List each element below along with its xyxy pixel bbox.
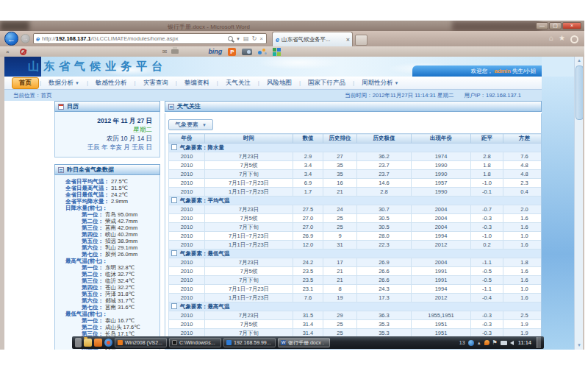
table-row[interactable]: 20107月下旬27.02530.52004-0.31.6: [169, 223, 542, 232]
refresh-icon[interactable]: ↻: [252, 35, 257, 42]
calendar-ganzhi[interactable]: 壬辰 年 辛亥 月 壬辰 日: [55, 143, 152, 152]
hidden-icons-arrow[interactable]: ▲: [477, 341, 481, 345]
spark-addon-icon[interactable]: [258, 48, 267, 55]
menu-item-6[interactable]: 天气关注: [219, 78, 257, 88]
home-icon[interactable]: ⌂: [549, 34, 553, 43]
tray-blue-circle-icon[interactable]: [468, 340, 474, 346]
table-row[interactable]: 20107月23日2.92736.219742.87.6: [169, 152, 542, 161]
table-row[interactable]: 20107月1日~7月23日23.1824.31994-1.11.0: [169, 285, 542, 294]
table-cell: 2010: [169, 161, 205, 170]
close-button[interactable]: ×: [562, 22, 581, 29]
commandbar-close-icon[interactable]: ×: [6, 49, 10, 55]
table-group-row[interactable]: 气象要素：平均气温: [169, 197, 542, 205]
compatibility-icon[interactable]: ▤: [243, 35, 249, 42]
taskbar-button-4[interactable]: W银行手册.docx .: [278, 338, 330, 347]
sidebar-rank-line: 第二位：荣成 42.7mm: [57, 218, 158, 224]
maximize-button[interactable]: ▢: [549, 22, 562, 29]
navbar-right-icons: ⌂ ★: [549, 34, 578, 43]
stop-icon[interactable]: ×: [259, 35, 263, 42]
new-tab-button[interactable]: [355, 35, 368, 46]
menu-item-4[interactable]: 灾害查询: [137, 78, 175, 88]
minimize-button[interactable]: —: [536, 22, 548, 29]
task-buttons: Win2008 (VS2...C:\Windows\s...192.168.59…: [115, 338, 330, 347]
table-row[interactable]: 20107月5候3.43523.719901.84.8: [169, 161, 542, 170]
table-row[interactable]: 20107月下旬23.52126.61991-0.51.6: [169, 276, 542, 285]
table-row[interactable]: 20101月1日~7月23日12.03122.320120.21.6: [169, 241, 542, 250]
menu-separator: |: [87, 79, 88, 86]
back-button[interactable]: ←: [4, 32, 18, 46]
table-row[interactable]: 20107月1日~7月23日6.91614.61957-1.02.3: [169, 179, 542, 188]
menu-item-2[interactable]: 数据分析▼: [42, 78, 86, 88]
table-cell: 24.2: [293, 258, 323, 267]
table-row[interactable]: 20107月5候23.52126.61991-0.51.6: [169, 267, 542, 276]
orange-app-icon[interactable]: [94, 339, 102, 347]
calendar-lunar-date: 农历 10 月 14 日: [55, 134, 152, 143]
menu-item-5[interactable]: 整编资料: [178, 78, 216, 88]
taskbar-clock[interactable]: 11:14: [518, 339, 531, 346]
action-center-flag-icon[interactable]: ⚑: [492, 340, 498, 345]
stat-value: 31.5℃: [111, 185, 128, 191]
group-checkbox[interactable]: [171, 250, 177, 256]
sidebar-stat-line: 全省日平均气温：27.5℃: [57, 178, 158, 185]
camera-addon-icon[interactable]: [242, 49, 252, 55]
mail-icon[interactable]: ✉: [162, 49, 168, 55]
menu-item-9[interactable]: 周期性分析▼: [355, 78, 405, 88]
media-player-icon[interactable]: [104, 339, 112, 347]
tray-flame-icon[interactable]: [484, 340, 490, 345]
stat-value: 27.5℃: [111, 178, 128, 185]
print-icon[interactable]: [171, 49, 179, 54]
table-row[interactable]: 20101月1日~7月23日7.61917.32012-0.41.6: [169, 294, 542, 302]
menu-item-1[interactable]: 首页: [12, 77, 39, 89]
table-group-row[interactable]: 气象要素：最高气温: [169, 302, 542, 311]
group-title: 气象要素：最低气温: [180, 250, 230, 257]
menu-item-7[interactable]: 风险地图: [260, 78, 298, 88]
table-row[interactable]: 20101月1日~7月23日1.7212.81990-0.10.4: [169, 188, 542, 197]
table-row[interactable]: 20107月1日~7月23日26.9928.01994-1.01.0: [169, 232, 542, 241]
grid-addon-icon[interactable]: [273, 48, 281, 56]
p-addon-icon[interactable]: P: [228, 48, 236, 56]
dropdown-caret-icon[interactable]: ▼: [236, 37, 240, 41]
explorer-folder-icon[interactable]: [84, 339, 92, 347]
taskbar-button-2[interactable]: C:\Windows\s...: [169, 338, 221, 347]
show-desktop-button[interactable]: [537, 337, 541, 348]
group-checkbox[interactable]: [171, 303, 177, 309]
forward-button[interactable]: →: [21, 34, 30, 43]
element-filter-button[interactable]: 气象要素 ▼: [168, 119, 213, 130]
table-row[interactable]: 20107月23日31.52936.31955,1951-0.32.5: [169, 311, 542, 320]
network-icon[interactable]: [501, 341, 507, 345]
windows-taskbar: Win2008 (VS2...C:\Windows\s...192.168.59…: [72, 336, 544, 349]
table-cell: -0.3: [471, 311, 503, 320]
rank-value: 莒南 42.0mm: [105, 224, 137, 231]
blocked-addon-icon[interactable]: [20, 49, 26, 55]
favorites-star-icon[interactable]: ★: [559, 34, 565, 43]
table-cell: 7月5候: [205, 320, 293, 329]
address-bar[interactable]: e http://192.168.137.1/GLCCLIMATE/module…: [33, 33, 267, 44]
menu-item-8[interactable]: 国家下行产品: [301, 78, 352, 88]
bing-logo[interactable]: bing: [208, 48, 222, 55]
group-checkbox[interactable]: [171, 197, 177, 203]
rank-label: 第二位：: [82, 218, 104, 224]
browser-tab[interactable]: e 山东省气候业务平... ×: [272, 32, 353, 46]
volume-icon[interactable]: [510, 341, 514, 345]
table-cell: 7月5候: [205, 267, 293, 276]
menu-item-3[interactable]: 敏感性分析: [89, 78, 134, 88]
table-row[interactable]: 20107月23日27.52430.72004-0.72.0: [169, 205, 542, 214]
taskbar-button-1[interactable]: Win2008 (VS2...: [115, 338, 167, 347]
search-icon[interactable]: [228, 36, 233, 41]
column-header-6: 出现年份: [412, 134, 471, 144]
table-row[interactable]: 20107月23日24.21726.92004-1.11.8: [169, 258, 542, 267]
tab-close-icon[interactable]: ×: [346, 36, 350, 43]
tools-gear-icon[interactable]: [570, 35, 578, 43]
table-group-row[interactable]: 气象要素：降水量: [169, 144, 542, 152]
group-checkbox[interactable]: [171, 144, 177, 150]
table-row[interactable]: 20107月5候27.02530.52004-0.31.6: [169, 214, 542, 223]
vertical-scrollbar[interactable]: ▲ ▼: [574, 57, 583, 350]
url-text[interactable]: http://192.168.137.1/GLCCLIMATE/modules/…: [42, 35, 228, 42]
table-row[interactable]: 20107月5候31.42535.31951-0.31.9: [169, 320, 542, 329]
rank-label: 第七位：: [82, 304, 104, 311]
table-group-row[interactable]: 气象要素：最低气温: [169, 250, 542, 258]
table-cell: 1.8: [503, 258, 542, 267]
table-row[interactable]: 20107月下旬3.43523.719901.84.8: [169, 170, 542, 179]
rank-label: 第一位：: [82, 211, 104, 218]
taskbar-button-3[interactable]: 192.168.59.99...: [223, 338, 276, 347]
